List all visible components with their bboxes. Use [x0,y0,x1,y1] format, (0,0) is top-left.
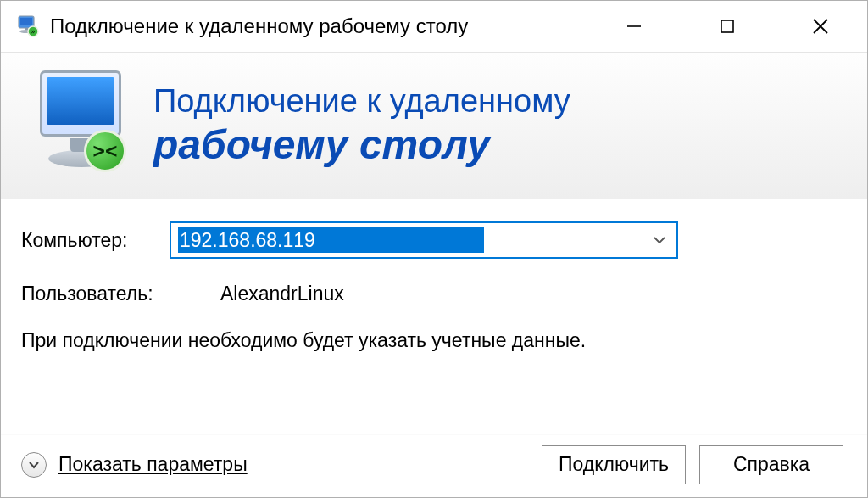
user-value: AlexandrLinux [220,283,344,305]
maximize-button[interactable] [681,1,774,52]
help-button[interactable]: Справка [699,445,843,484]
user-label: Пользователь: [21,283,220,305]
computer-row: Компьютер: [21,221,842,259]
chevron-down-icon[interactable] [649,232,670,248]
window-title: Подключение к удаленному рабочему столу [50,14,468,38]
banner-title-line1: Подключение к удаленному [153,84,570,120]
rdp-window: » Подключение к удаленному рабочему стол… [0,0,868,498]
computer-label: Компьютер: [21,229,170,252]
close-button[interactable] [774,1,867,52]
computer-combo[interactable] [170,221,678,259]
computer-input[interactable] [178,227,484,253]
user-row: Пользователь: AlexandrLinux [21,283,842,305]
chevron-down-circle-icon [21,452,47,478]
show-options-toggle[interactable]: Показать параметры [21,452,248,478]
window-controls [587,1,867,52]
svg-rect-7 [721,20,733,32]
rdp-banner-icon: >< [25,70,135,181]
banner-title-line2: рабочему столу [153,123,570,168]
show-options-label: Показать параметры [58,453,248,476]
rdp-title-icon: » [16,14,40,38]
title-bar: » Подключение к удаленному рабочему стол… [1,1,867,52]
svg-rect-1 [20,18,32,25]
connect-button[interactable]: Подключить [542,445,686,484]
content-area: Компьютер: Пользователь: AlexandrLinux П… [1,199,867,434]
banner: >< Подключение к удаленному рабочему сто… [1,52,867,199]
credentials-info: При подключении необходимо будет указать… [21,327,648,354]
footer: Показать параметры Подключить Справка [1,434,867,497]
svg-text:»: » [31,28,36,36]
minimize-button[interactable] [587,1,681,52]
